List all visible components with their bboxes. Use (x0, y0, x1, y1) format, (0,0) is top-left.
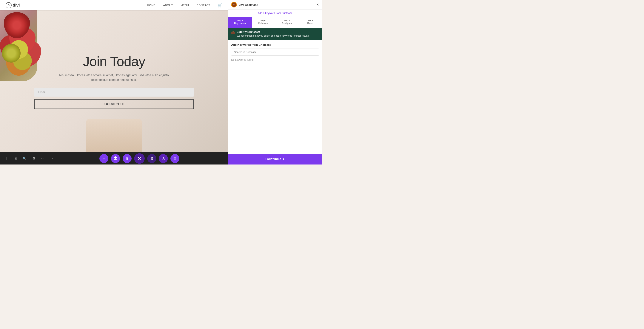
logo-name: divi (13, 3, 20, 8)
toolbar-center: + ⏻ 🗑 ✕ ⚙ ◷ ⇕ (54, 153, 224, 164)
step1-name: Keywords (230, 22, 250, 25)
add-keyword-link[interactable]: Add a keyword from Briefcase (258, 11, 293, 14)
briefcase-notice-title: Squirrly Briefcase: (237, 30, 310, 33)
tab-step2-enhance[interactable]: Step 2 Enhance (252, 17, 275, 28)
panel-body: 💼 Squirrly Briefcase: We recommend that … (228, 28, 322, 164)
panel-close-button[interactable]: — ✕ (313, 2, 319, 7)
panel-title: Live Assistant (239, 3, 258, 6)
step3-name: Analysis (276, 22, 297, 25)
hero-subtitle: Nisl massa, ultrices vitae ornare sit am… (58, 73, 170, 82)
website-area: D divi HOME ABOUT MENU CONTACT 🛒 Join To… (0, 0, 228, 164)
briefcase-search-input[interactable] (231, 48, 319, 56)
toolbar-search-icon[interactable]: 🔍 (22, 156, 28, 162)
briefcase-notice-content: Squirrly Briefcase: We recommend that yo… (237, 30, 310, 37)
no-keywords-message: No keywords found! (231, 57, 319, 62)
hero-content: Join Today Nisl massa, ultrices vitae or… (34, 54, 194, 109)
step1-label: Step 1 (230, 19, 250, 22)
step3-label: Step 3 (276, 19, 297, 22)
hero-section: Join Today Nisl massa, ultrices vitae or… (0, 10, 228, 152)
toolbar-left: ⋮ ⊞ 🔍 🖥 ▭ ▱ (4, 156, 54, 162)
briefcase-notice: 💼 Squirrly Briefcase: We recommend that … (228, 28, 322, 40)
briefcase-icon: 💼 (231, 31, 235, 34)
add-button[interactable]: + (100, 154, 108, 163)
panel-minimize-icon: — (313, 3, 315, 6)
panel-spacer (228, 65, 322, 154)
continue-button[interactable]: Continue > (228, 154, 322, 164)
panel-header: S Live Assistant — ✕ (228, 0, 322, 9)
bottom-toolbar: ⋮ ⊞ 🔍 🖥 ▭ ▱ + ⏻ 🗑 ✕ ⚙ ◷ ⇕ (0, 152, 228, 164)
toolbar-grid-icon[interactable]: ⊞ (13, 156, 19, 162)
flowers-decoration (0, 10, 38, 81)
hero-title: Join Today (34, 54, 194, 69)
nav-about[interactable]: ABOUT (163, 4, 173, 7)
step2-name: Enhance (253, 22, 274, 25)
toolbar-mobile-icon[interactable]: ▱ (48, 156, 54, 162)
history-button[interactable]: ◷ (159, 154, 168, 163)
steps-tabs: Step 1 Keywords Step 2 Enhance Step 3 An… (228, 17, 322, 28)
step2-label: Step 2 (253, 19, 274, 22)
add-keywords-from-briefcase: Add Keywords from Briefcase No keywords … (228, 40, 322, 65)
subscribe-button[interactable]: SUBSCRIBE (34, 99, 194, 109)
hero-decoration-bottom (86, 119, 142, 152)
settings-button[interactable]: ⚙ (147, 154, 156, 163)
briefcase-notice-text: We recommend that you select at least 3 … (237, 34, 310, 37)
tab-extra-deep[interactable]: Extra Deep (299, 17, 322, 28)
avatar-inner: S (232, 2, 236, 7)
toolbar-desktop-icon[interactable]: 🖥 (31, 156, 37, 162)
nav-menu[interactable]: MENU (180, 4, 189, 7)
move-button[interactable]: ⇕ (170, 154, 180, 163)
logo-circle: D (6, 2, 12, 8)
nav-links: HOME ABOUT MENU CONTACT 🛒 (147, 3, 222, 7)
cart-icon[interactable]: 🛒 (218, 3, 222, 7)
nav-contact[interactable]: CONTACT (196, 4, 210, 7)
email-input[interactable]: Email (34, 88, 194, 96)
logo-letter: D (8, 4, 10, 7)
tab-step3-analysis[interactable]: Step 3 Analysis (275, 17, 299, 28)
delete-button[interactable]: 🗑 (122, 154, 132, 163)
extra-name: Deep (300, 22, 321, 25)
close-button[interactable]: ✕ (134, 153, 145, 164)
site-logo[interactable]: D divi (6, 2, 20, 8)
email-placeholder: Email (38, 91, 46, 94)
toolbar-dots-icon[interactable]: ⋮ (4, 156, 10, 162)
add-keywords-title: Add Keywords from Briefcase (231, 43, 319, 46)
panel-header-left: S Live Assistant (231, 2, 258, 7)
top-nav: D divi HOME ABOUT MENU CONTACT 🛒 (0, 0, 228, 10)
nav-home[interactable]: HOME (147, 4, 156, 7)
toolbar-tablet-icon[interactable]: ▭ (40, 156, 46, 162)
squirrly-avatar: S (231, 2, 237, 7)
tab-step1-keywords[interactable]: Step 1 Keywords (228, 17, 252, 28)
power-button[interactable]: ⏻ (111, 154, 120, 163)
extra-label: Extra (300, 19, 321, 22)
add-keyword-section: Add a keyword from Briefcase (228, 9, 322, 17)
panel-close-icon[interactable]: ✕ (316, 2, 319, 7)
assistant-panel: S Live Assistant — ✕ Add a keyword from … (228, 0, 322, 164)
